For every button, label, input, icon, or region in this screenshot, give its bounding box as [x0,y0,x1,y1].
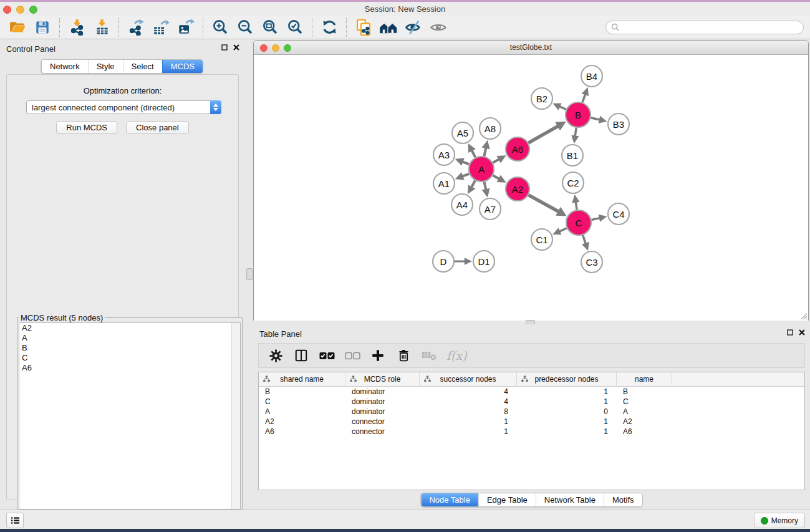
table-settings-button[interactable] [268,347,284,364]
home-view-button[interactable] [376,17,401,38]
graph-node-B[interactable]: B [566,102,591,127]
graph-node-D1[interactable]: D1 [473,251,494,272]
add-row-button[interactable] [370,347,386,364]
graph-node-C2[interactable]: C2 [562,172,584,193]
graph-edge-C-C4[interactable] [592,215,607,222]
refresh-button[interactable] [317,17,342,38]
graph-node-B4[interactable]: B4 [581,65,602,87]
graph-edge-B-B1[interactable] [571,128,579,143]
float-panel-icon[interactable] [221,44,228,51]
save-session-button[interactable] [30,17,55,38]
graph-edge-B-B2[interactable] [552,103,566,110]
column-header-MCDS-role[interactable]: MCDS role [345,372,420,387]
close-panel-icon[interactable] [799,329,805,336]
optimization-criterion-dropdown[interactable]: largest connected component (directed) [26,100,221,114]
deselect-all-rows-button[interactable] [344,347,360,364]
search-input[interactable] [605,21,804,34]
tab-motifs[interactable]: Motifs [604,493,642,506]
graph-node-D[interactable]: D [433,251,454,272]
tab-select[interactable]: Select [123,60,162,73]
graph-node-B3[interactable]: B3 [608,114,629,135]
mcds-result-item[interactable]: A2 [19,323,240,333]
graph-node-A2[interactable]: A2 [506,177,529,201]
vertical-split-handle[interactable] [246,268,253,280]
graph-edge-A-A4[interactable] [468,180,475,194]
graph-edge-A-A6[interactable] [493,155,506,163]
result-list-scrollbar[interactable] [231,323,240,509]
float-panel-icon[interactable] [787,329,793,336]
tab-network-table[interactable]: Network Table [536,493,604,506]
graph-edge-A-A7[interactable] [482,182,490,198]
table-row[interactable]: Adominator80A [259,407,804,417]
graph-edge-A-A3[interactable] [455,158,470,166]
table-row[interactable]: Cdominator41C [259,397,804,407]
graph-node-B1[interactable]: B1 [562,145,583,166]
mcds-result-item[interactable]: A [19,333,240,343]
graph-edge-A6-B[interactable] [528,122,566,143]
tab-network[interactable]: Network [42,60,88,73]
graphics-details-button[interactable] [401,17,426,38]
export-image-button[interactable] [173,17,198,38]
graph-node-C[interactable]: C [566,210,591,235]
mcds-result-item[interactable]: B [19,343,240,353]
graph-edge-D-D1[interactable] [455,258,472,264]
graph-node-B2[interactable]: B2 [531,88,552,109]
tab-mcds[interactable]: MCDS [162,60,203,73]
graph-edge-B-B4[interactable] [582,87,589,102]
show-panel-list-button[interactable] [6,513,24,528]
mcds-result-item[interactable]: A6 [19,363,240,373]
graph-node-C4[interactable]: C4 [608,203,629,225]
open-session-button[interactable] [5,17,30,38]
graph-edge-A-A8[interactable] [482,140,490,157]
table-row[interactable]: Bdominator41B [259,387,804,397]
tab-node-table[interactable]: Node Table [421,493,478,506]
graph-edge-A2-C[interactable] [529,195,567,216]
graph-node-A6[interactable]: A6 [506,137,529,161]
search-icon [611,23,619,31]
graph-node-A1[interactable]: A1 [433,173,455,194]
close-panel-button[interactable]: Close panel [126,121,189,134]
close-panel-icon[interactable] [233,44,239,51]
tab-style[interactable]: Style [88,60,123,73]
graph-node-C1[interactable]: C1 [531,229,552,250]
export-table-button[interactable] [148,17,173,38]
import-network-button[interactable] [64,17,89,38]
graph-edge-C-C2[interactable] [572,195,579,210]
resize-grip-icon[interactable] [799,311,808,320]
tab-edge-table[interactable]: Edge Table [478,493,536,506]
run-mcds-button[interactable]: Run MCDS [56,121,117,134]
graph-node-A3[interactable]: A3 [433,144,455,165]
graph-edge-C-C3[interactable] [582,235,589,251]
export-network-button[interactable] [123,17,148,38]
column-header-shared-name[interactable]: shared name [259,372,345,387]
column-header-predecessor-nodes[interactable]: predecessor nodes [517,372,617,387]
mcds-result-item[interactable]: C [19,353,240,363]
select-all-rows-button[interactable] [319,347,335,364]
table-row[interactable]: A2connector11A2 [259,417,804,427]
show-hide-button[interactable] [426,17,451,38]
zoom-out-button[interactable] [233,17,258,38]
graph-edge-B-B3[interactable] [591,116,607,123]
column-header-successor-nodes[interactable]: successor nodes [420,372,517,387]
duplicate-network-button[interactable] [351,17,376,38]
graph-edge-A-A1[interactable] [455,172,470,180]
graph-node-A8[interactable]: A8 [480,118,501,139]
graph-edge-A-A5[interactable] [468,143,476,157]
graph-node-A4[interactable]: A4 [451,194,473,215]
delete-rows-button[interactable] [395,347,412,364]
graph-node-A5[interactable]: A5 [452,122,473,143]
show-columns-button[interactable] [293,347,309,364]
zoom-selected-button[interactable] [282,17,307,38]
import-table-button[interactable] [89,17,114,38]
zoom-in-button[interactable] [208,17,233,38]
graph-edge-C-C1[interactable] [552,228,567,235]
column-header-name[interactable]: name [617,372,672,387]
graph-node-A7[interactable]: A7 [480,198,501,220]
network-canvas[interactable]: B4B2BB3A5A8A6A3B1AA1C2A2A4A7CC1C4C3DD1 [254,55,808,321]
graph-node-C3[interactable]: C3 [581,251,602,273]
graph-edge-A-A2[interactable] [493,175,506,183]
table-row[interactable]: A6connector11A6 [259,427,804,437]
graph-node-A[interactable]: A [469,157,494,181]
memory-button[interactable]: Memory [754,513,805,528]
zoom-fit-button[interactable] [258,17,282,38]
